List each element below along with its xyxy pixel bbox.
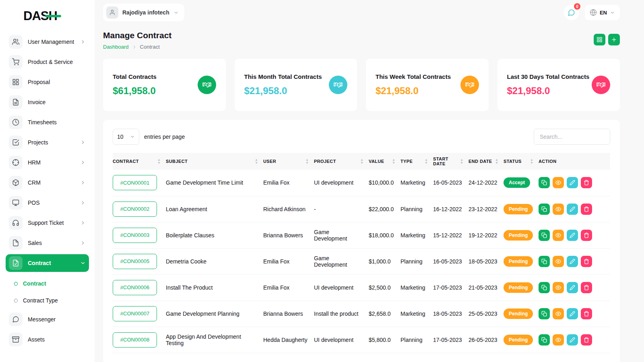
project-cell: UI development bbox=[314, 274, 369, 300]
grid-view-button[interactable] bbox=[594, 34, 605, 45]
contract-id-link[interactable]: #CON00006 bbox=[113, 280, 157, 295]
main-area: Rajodiya infotech 0 EN Manage Contract D… bbox=[95, 0, 644, 362]
language-selector[interactable]: EN bbox=[585, 5, 620, 20]
sort-icon: ▲▼ bbox=[306, 158, 308, 164]
stat-cards: Total Contracts $61,958.0 This Month Tot… bbox=[103, 59, 620, 111]
sidebar-item-projects[interactable]: Projects bbox=[6, 134, 89, 151]
add-contract-button[interactable] bbox=[608, 34, 620, 45]
delete-button[interactable] bbox=[581, 204, 592, 215]
start-date-cell: 15-12-2022 bbox=[433, 222, 469, 248]
sidebar-item-messenger[interactable]: Messenger bbox=[6, 311, 89, 328]
sidebar-item-timesheets[interactable]: Timesheets bbox=[6, 113, 89, 131]
sidebar-item-sales[interactable]: Sales bbox=[6, 234, 89, 252]
sidebar-subitem-contract[interactable]: Contract bbox=[14, 275, 89, 292]
delete-button[interactable] bbox=[581, 334, 592, 346]
sidebar-item-hrm[interactable]: HRM bbox=[6, 154, 89, 171]
duplicate-button[interactable] bbox=[539, 177, 550, 188]
duplicate-button[interactable] bbox=[539, 308, 550, 319]
breadcrumb-dashboard-link[interactable]: Dashboard bbox=[103, 44, 129, 50]
sidebar: DASH User Management Product & Service P… bbox=[0, 0, 95, 362]
chat-icon bbox=[568, 9, 575, 16]
subject-cell: Game Development Time Limit bbox=[166, 170, 263, 196]
sidebar-item-proposal[interactable]: Proposal bbox=[6, 73, 89, 91]
delete-button[interactable] bbox=[581, 230, 592, 241]
edit-button[interactable] bbox=[567, 230, 578, 241]
view-button[interactable] bbox=[553, 177, 564, 188]
edit-button[interactable] bbox=[567, 204, 578, 215]
delete-button[interactable] bbox=[581, 177, 592, 188]
column-header-end-date[interactable]: END DATE▲▼ bbox=[469, 153, 504, 170]
start-date-cell: 16-05-2023 bbox=[433, 248, 469, 274]
sidebar-item-invoice[interactable]: Invoice bbox=[6, 93, 89, 111]
view-button[interactable] bbox=[553, 256, 564, 267]
edit-button[interactable] bbox=[567, 282, 578, 293]
contract-id-link[interactable]: #CON00003 bbox=[113, 228, 157, 243]
duplicate-button[interactable] bbox=[539, 230, 550, 241]
messages-button[interactable]: 0 bbox=[564, 5, 579, 20]
user-cell: Hedda Daugherty bbox=[263, 327, 314, 353]
handshake-icon bbox=[460, 76, 479, 94]
view-button[interactable] bbox=[553, 204, 564, 215]
edit-button[interactable] bbox=[567, 308, 578, 319]
circle-icon bbox=[14, 298, 18, 303]
column-header-start-date[interactable]: START DATE▲▼ bbox=[433, 153, 469, 170]
column-header-value[interactable]: VALUE▲▼ bbox=[369, 153, 400, 170]
start-date-cell: 17-05-2023 bbox=[433, 327, 469, 353]
user-cell: Brianna Bowers bbox=[263, 222, 314, 248]
copy-icon bbox=[541, 285, 547, 290]
entries-per-page-select[interactable]: 10 bbox=[113, 129, 139, 145]
delete-button[interactable] bbox=[581, 256, 592, 267]
row-actions bbox=[539, 282, 605, 293]
contract-id-link[interactable]: #CON00002 bbox=[113, 202, 157, 217]
column-header-user[interactable]: USER▲▼ bbox=[263, 153, 314, 170]
value-cell: $10,000.0 bbox=[369, 170, 400, 196]
contract-id-link[interactable]: #CON00008 bbox=[113, 332, 157, 348]
duplicate-button[interactable] bbox=[539, 334, 550, 346]
contract-id-link[interactable]: #CON00007 bbox=[113, 306, 157, 321]
edit-button[interactable] bbox=[567, 334, 578, 346]
sort-icon: ▲▼ bbox=[361, 158, 363, 164]
sort-icon: ▲▼ bbox=[531, 158, 533, 164]
company-selector[interactable]: Rajodiya infotech bbox=[103, 4, 184, 21]
sidebar-item-contract[interactable]: Contract bbox=[6, 254, 89, 272]
user-cell: Brianna Bowers bbox=[263, 300, 314, 327]
sidebar-item-crm[interactable]: CRM bbox=[6, 174, 89, 191]
stat-value: $61,958.0 bbox=[113, 85, 157, 97]
edit-button[interactable] bbox=[567, 177, 578, 188]
duplicate-button[interactable] bbox=[539, 282, 550, 293]
edit-button[interactable] bbox=[567, 256, 578, 267]
duplicate-button[interactable] bbox=[539, 256, 550, 267]
sidebar-item-user-management[interactable]: User Management bbox=[6, 33, 89, 51]
view-button[interactable] bbox=[553, 308, 564, 319]
circle-icon bbox=[14, 282, 18, 286]
column-header-contract[interactable]: CONTRACT▲▼ bbox=[113, 153, 166, 170]
contract-id-link[interactable]: #CON00005 bbox=[113, 254, 157, 269]
view-button[interactable] bbox=[553, 282, 564, 293]
chevron-right-icon bbox=[80, 200, 86, 206]
column-header-status[interactable]: STATUS▲▼ bbox=[504, 153, 539, 170]
brand-logo[interactable]: DASH bbox=[23, 9, 57, 23]
sort-icon: ▲▼ bbox=[158, 158, 160, 164]
column-header-type[interactable]: TYPE▲▼ bbox=[400, 153, 433, 170]
contract-id-link[interactable]: #CON00001 bbox=[113, 175, 157, 190]
delete-button[interactable] bbox=[581, 282, 592, 293]
copy-icon bbox=[541, 259, 547, 264]
breadcrumb: Dashboard Contract bbox=[103, 44, 171, 50]
user-cell: Emilia Fox bbox=[263, 274, 314, 300]
sidebar-item-product-service[interactable]: Product & Service bbox=[6, 53, 89, 71]
project-cell: Game Development bbox=[314, 248, 369, 274]
delete-button[interactable] bbox=[581, 308, 592, 319]
search-input[interactable] bbox=[534, 129, 610, 145]
end-date-cell: 26-05-2023 bbox=[469, 327, 504, 353]
duplicate-button[interactable] bbox=[539, 204, 550, 215]
company-name: Rajodiya infotech bbox=[122, 9, 169, 16]
column-header-subject[interactable]: SUBJECT▲▼ bbox=[166, 153, 263, 170]
sidebar-item-assets[interactable]: Assets bbox=[6, 331, 89, 348]
sidebar-subitem-contract-type[interactable]: Contract Type bbox=[14, 292, 89, 309]
sidebar-item-support-ticket[interactable]: Support Ticket bbox=[6, 214, 89, 232]
entries-per-page-label: entries per page bbox=[144, 134, 185, 140]
view-button[interactable] bbox=[553, 230, 564, 241]
sidebar-item-pos[interactable]: POS bbox=[6, 194, 89, 212]
view-button[interactable] bbox=[553, 334, 564, 346]
column-header-project[interactable]: PROJECT▲▼ bbox=[314, 153, 369, 170]
